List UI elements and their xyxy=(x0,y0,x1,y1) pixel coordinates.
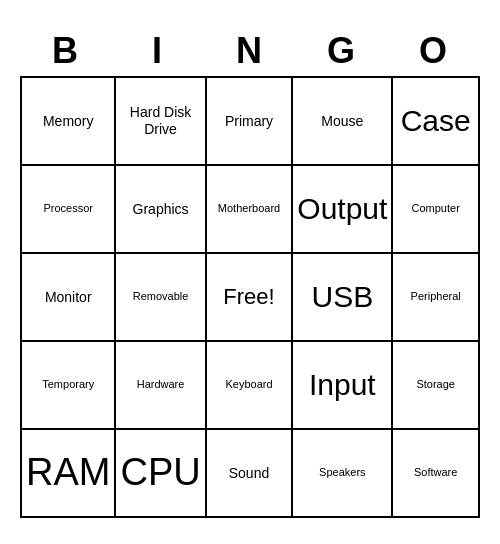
bingo-cell-text-r4-c0: RAM xyxy=(26,450,110,496)
bingo-cell-text-r3-c2: Keyboard xyxy=(225,378,272,391)
bingo-cell-text-r3-c4: Storage xyxy=(416,378,455,391)
bingo-cell-text-r2-c4: Peripheral xyxy=(411,290,461,303)
bingo-cell-text-r2-c3: USB xyxy=(312,279,374,315)
bingo-cell-r1-c1[interactable]: Graphics xyxy=(116,166,206,254)
bingo-cell-r2-c0[interactable]: Monitor xyxy=(22,254,116,342)
bingo-cell-r2-c2[interactable]: Free! xyxy=(207,254,294,342)
bingo-cell-text-r3-c1: Hardware xyxy=(137,378,185,391)
bingo-cell-r0-c3[interactable]: Mouse xyxy=(293,78,393,166)
bingo-cell-text-r0-c2: Primary xyxy=(225,113,273,130)
bingo-cell-r4-c1[interactable]: CPU xyxy=(116,430,206,518)
bingo-cell-r2-c1[interactable]: Removable xyxy=(116,254,206,342)
bingo-cell-r2-c4[interactable]: Peripheral xyxy=(393,254,480,342)
bingo-cell-r3-c1[interactable]: Hardware xyxy=(116,342,206,430)
bingo-cell-r4-c4[interactable]: Software xyxy=(393,430,480,518)
header-letter-o: O xyxy=(388,26,480,76)
bingo-cell-r4-c3[interactable]: Speakers xyxy=(293,430,393,518)
header-letter-g: G xyxy=(296,26,388,76)
bingo-cell-text-r2-c1: Removable xyxy=(133,290,189,303)
bingo-cell-r3-c4[interactable]: Storage xyxy=(393,342,480,430)
bingo-cell-text-r1-c3: Output xyxy=(297,191,387,227)
bingo-cell-r2-c3[interactable]: USB xyxy=(293,254,393,342)
bingo-cell-text-r0-c4: Case xyxy=(401,103,471,139)
bingo-cell-text-r4-c3: Speakers xyxy=(319,466,365,479)
header-letter-b: B xyxy=(20,26,112,76)
bingo-cell-text-r2-c0: Monitor xyxy=(45,289,92,306)
bingo-cell-text-r3-c3: Input xyxy=(309,367,376,403)
header-letter-i: I xyxy=(112,26,204,76)
bingo-cell-r4-c0[interactable]: RAM xyxy=(22,430,116,518)
bingo-header: BINGO xyxy=(20,26,480,76)
bingo-cell-text-r4-c2: Sound xyxy=(229,465,269,482)
bingo-cell-text-r3-c0: Temporary xyxy=(42,378,94,391)
bingo-cell-r4-c2[interactable]: Sound xyxy=(207,430,294,518)
bingo-cell-r0-c4[interactable]: Case xyxy=(393,78,480,166)
bingo-cell-r0-c1[interactable]: Hard Disk Drive xyxy=(116,78,206,166)
bingo-cell-text-r4-c1: CPU xyxy=(120,450,200,496)
bingo-cell-r3-c0[interactable]: Temporary xyxy=(22,342,116,430)
bingo-cell-r3-c2[interactable]: Keyboard xyxy=(207,342,294,430)
bingo-cell-text-r2-c2: Free! xyxy=(223,284,274,310)
bingo-cell-r3-c3[interactable]: Input xyxy=(293,342,393,430)
bingo-cell-text-r1-c4: Computer xyxy=(412,202,460,215)
bingo-cell-r0-c0[interactable]: Memory xyxy=(22,78,116,166)
header-letter-n: N xyxy=(204,26,296,76)
bingo-grid: MemoryHard Disk DrivePrimaryMouseCasePro… xyxy=(20,76,480,518)
bingo-cell-text-r4-c4: Software xyxy=(414,466,457,479)
bingo-cell-text-r0-c3: Mouse xyxy=(321,113,363,130)
bingo-cell-text-r0-c1: Hard Disk Drive xyxy=(120,104,200,138)
bingo-cell-r1-c2[interactable]: Motherboard xyxy=(207,166,294,254)
bingo-cell-r1-c4[interactable]: Computer xyxy=(393,166,480,254)
bingo-cell-text-r0-c0: Memory xyxy=(43,113,94,130)
bingo-card: BINGO MemoryHard Disk DrivePrimaryMouseC… xyxy=(20,26,480,518)
bingo-cell-r0-c2[interactable]: Primary xyxy=(207,78,294,166)
bingo-cell-r1-c0[interactable]: Processor xyxy=(22,166,116,254)
bingo-cell-text-r1-c1: Graphics xyxy=(133,201,189,218)
bingo-cell-text-r1-c0: Processor xyxy=(43,202,93,215)
bingo-cell-r1-c3[interactable]: Output xyxy=(293,166,393,254)
bingo-cell-text-r1-c2: Motherboard xyxy=(218,202,280,215)
